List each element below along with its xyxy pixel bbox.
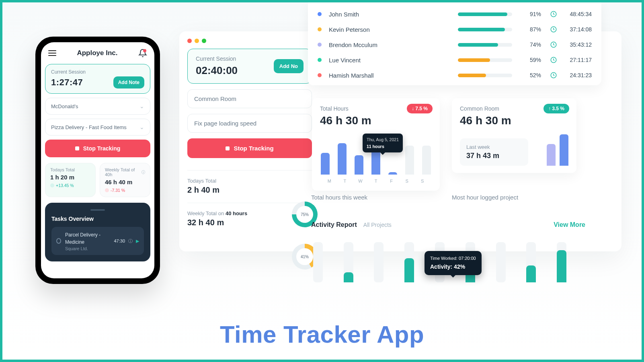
person-name: Kevin Peterson bbox=[329, 26, 409, 33]
weekly-stat: Weekly Total of 40h i 46 h 40 m -7.31 % bbox=[100, 163, 150, 197]
chart-bar[interactable] bbox=[422, 146, 431, 175]
task-item[interactable]: Parcel Delivery - Medicine Square Ltd. 4… bbox=[51, 227, 144, 255]
task-field[interactable]: Fix page loading speed bbox=[187, 114, 312, 133]
person-time: 24:31:23 bbox=[564, 72, 592, 78]
info-icon[interactable]: i bbox=[142, 170, 145, 174]
person-name: John Smith bbox=[329, 11, 409, 18]
play-icon[interactable]: ▶ bbox=[136, 239, 139, 244]
session-time: 02:40:00 bbox=[196, 64, 238, 77]
day-label: S bbox=[399, 179, 415, 183]
person-row[interactable]: Brendon Mcculum 74% 35:43:12 bbox=[318, 37, 592, 52]
progress-bar bbox=[458, 74, 512, 77]
info-icon[interactable]: ⓘ bbox=[128, 238, 133, 244]
weekly-stat-value: 46 h 40 m bbox=[105, 179, 145, 185]
person-pct: 52% bbox=[521, 72, 541, 78]
session-card: Current Session 1:27:47 Add Note bbox=[45, 64, 150, 94]
activity-bar-slot bbox=[494, 242, 508, 282]
project-field[interactable]: Common Room bbox=[187, 89, 312, 108]
total-hours-week-label: Total hours this week bbox=[311, 194, 367, 201]
people-list: John Smith 91% 48:45:34 Kevin Peterson 8… bbox=[308, 2, 601, 85]
activity-bar-slot bbox=[311, 242, 325, 282]
person-row[interactable]: Lue Vincent 59% 27:11:17 bbox=[318, 52, 592, 68]
today-stat-label: Todays Total bbox=[187, 178, 312, 184]
radio-icon[interactable] bbox=[56, 238, 61, 244]
progress-ring-value: 75% bbox=[296, 206, 313, 223]
close-icon[interactable] bbox=[187, 39, 192, 43]
task-name: Parcel Delivery - Medicine bbox=[65, 232, 100, 245]
phone-screen: Apploye Inc. Current Session 1:27:47 Add… bbox=[41, 42, 154, 278]
person-row[interactable]: Hamish Marshall 52% 24:31:23 bbox=[318, 68, 592, 83]
chart-bar[interactable] bbox=[388, 172, 397, 175]
tasks-panel: Tasks Overview Parcel Delivery - Medicin… bbox=[45, 203, 150, 261]
chart-bar[interactable] bbox=[338, 143, 347, 175]
person-pct: 59% bbox=[521, 57, 541, 63]
desktop-session-card: Current Session 02:40:00 Add No bbox=[187, 49, 312, 84]
weekly-stat-label: Weekly Total of 40h i bbox=[105, 167, 145, 177]
session-label: Current Session bbox=[196, 56, 238, 62]
activity-bar-slot bbox=[402, 242, 416, 282]
arrow-up-icon bbox=[50, 183, 54, 187]
zoom-icon[interactable] bbox=[202, 39, 206, 43]
today-stat-value: 2 h 40 m bbox=[187, 185, 312, 195]
person-time: 27:11:17 bbox=[564, 57, 592, 63]
total-hours-card: ↓ 7.5 % Total Hours 46 h 30 m Thu, Aug 5… bbox=[312, 98, 440, 191]
tasks-header: Tasks Overview bbox=[51, 216, 144, 222]
chart-bar[interactable] bbox=[405, 146, 414, 175]
weekly-delta: -7.31 % bbox=[111, 188, 125, 193]
menu-icon[interactable] bbox=[48, 50, 56, 56]
delta-badge: ↑ 3.5 % bbox=[544, 104, 569, 113]
chevron-down-icon: ⌄ bbox=[139, 124, 144, 130]
chart-bar[interactable] bbox=[355, 155, 363, 175]
activity-bar[interactable] bbox=[404, 258, 414, 282]
person-name: Brendon Mcculum bbox=[329, 41, 409, 48]
chart-bar[interactable] bbox=[321, 153, 330, 175]
progress-ring-value: 41% bbox=[296, 248, 313, 265]
activity-bar[interactable] bbox=[344, 272, 353, 282]
activity-tooltip: Time Worked: 07:20:00 Activity: 42% bbox=[425, 251, 482, 275]
person-pct: 74% bbox=[521, 41, 541, 48]
day-label: M bbox=[322, 179, 337, 183]
activity-bar-slot bbox=[555, 242, 568, 282]
card-value: 46 h 30 m bbox=[320, 114, 432, 127]
add-note-button[interactable]: Add No bbox=[274, 59, 304, 73]
person-row[interactable]: John Smith 91% 48:45:34 bbox=[318, 6, 592, 22]
most-hour-project-label: Most hour logged project bbox=[452, 194, 518, 201]
task-time: 47:30 bbox=[114, 239, 125, 243]
person-name: Hamish Marshall bbox=[329, 72, 409, 79]
color-dot-icon bbox=[318, 58, 322, 62]
color-dot-icon bbox=[318, 43, 322, 47]
project-select[interactable]: Pizza Delivery - Fast Food Items ⌄ bbox=[45, 119, 150, 136]
common-room-card: ↑ 3.5 % Common Room 46 h 30 m Last week … bbox=[452, 98, 576, 173]
minimize-icon[interactable] bbox=[195, 39, 199, 43]
person-time: 35:43:12 bbox=[564, 41, 592, 48]
progress-bar bbox=[458, 58, 512, 62]
stop-tracking-label: Stop Tracking bbox=[83, 145, 121, 152]
last-week-label: Last week bbox=[466, 144, 522, 150]
card-value: 46 h 30 m bbox=[460, 114, 568, 127]
activity-title: Activity Report bbox=[311, 221, 357, 228]
arrow-down-icon bbox=[105, 188, 109, 192]
client-select[interactable]: McDonald's ⌄ bbox=[45, 98, 150, 115]
clock-icon bbox=[550, 56, 557, 64]
activity-bar[interactable] bbox=[557, 250, 566, 282]
clock-icon bbox=[550, 72, 557, 79]
stop-icon bbox=[75, 146, 79, 150]
project-select-label: Pizza Delivery - Fast Food Items bbox=[51, 124, 127, 130]
stop-tracking-label: Stop Tracking bbox=[234, 145, 273, 152]
drag-handle[interactable] bbox=[90, 209, 105, 211]
bell-icon[interactable] bbox=[138, 49, 147, 58]
activity-bar[interactable] bbox=[526, 265, 536, 282]
chart-tooltip: Thu, Aug 5, 202111 hours bbox=[363, 134, 403, 152]
company-name: Apploye Inc. bbox=[77, 49, 117, 57]
mini-bars bbox=[547, 134, 568, 166]
last-week-value: 37 h 43 m bbox=[466, 152, 522, 160]
stop-tracking-button[interactable]: Stop Tracking bbox=[45, 140, 150, 157]
person-pct: 91% bbox=[521, 11, 541, 17]
add-note-button[interactable]: Add Note bbox=[113, 76, 144, 88]
page-title: Time Tracker App bbox=[2, 321, 642, 348]
today-stat-value: 1 h 20 m bbox=[50, 174, 90, 181]
view-more-link[interactable]: View More bbox=[554, 221, 585, 228]
today-delta: +13.45 % bbox=[56, 183, 74, 188]
stop-tracking-button[interactable]: Stop Tracking bbox=[187, 138, 312, 158]
person-row[interactable]: Kevin Peterson 87% 37:14:08 bbox=[318, 22, 592, 37]
